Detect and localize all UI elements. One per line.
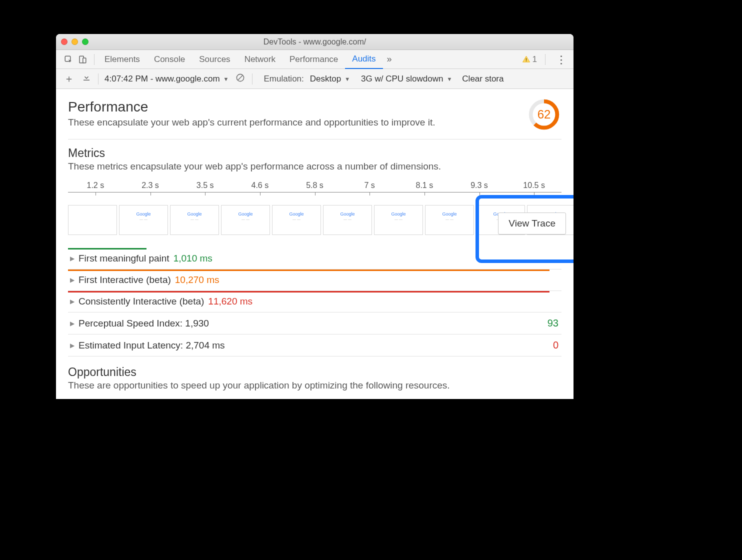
metric-label: First meaningful paint <box>78 253 170 264</box>
performance-header: Performance These encapsulate your web a… <box>68 99 562 130</box>
tab-audits[interactable]: Audits <box>345 50 382 69</box>
expand-caret-icon[interactable]: ▶ <box>70 298 74 305</box>
audit-report: Performance These encapsulate your web a… <box>56 89 574 399</box>
filmstrip-frame[interactable]: Google— — <box>221 205 270 235</box>
new-audit-button[interactable]: ＋ <box>60 72 78 86</box>
filmstrip-frame[interactable]: Google— — <box>68 205 117 235</box>
metric-row[interactable]: ▶Estimated Input Latency: 2,704 ms0 <box>68 334 562 356</box>
performance-score-value: 62 <box>528 99 560 130</box>
performance-title: Performance <box>68 99 435 115</box>
svg-rect-4 <box>526 60 526 61</box>
timeline-tick-label: 7 s <box>364 181 374 190</box>
emulation-label: Emulation: <box>264 74 304 84</box>
metric-value: 10,270 ms <box>175 274 220 286</box>
timeline-tick-label: 3.5 s <box>196 181 214 190</box>
expand-caret-icon[interactable]: ▶ <box>70 255 74 262</box>
svg-rect-3 <box>526 58 526 60</box>
tab-sources[interactable]: Sources <box>192 50 237 68</box>
svg-rect-5 <box>84 80 90 81</box>
titlebar: DevTools - www.google.com/ <box>56 34 574 50</box>
inspect-element-icon[interactable] <box>64 55 73 64</box>
svg-line-7 <box>238 75 243 80</box>
chevron-down-icon: ▼ <box>446 76 452 82</box>
tab-network[interactable]: Network <box>238 50 282 68</box>
svg-rect-2 <box>83 58 86 63</box>
clear-audit-button[interactable] <box>236 73 245 85</box>
filmstrip-frame[interactable]: Google— — <box>323 205 372 235</box>
filmstrip-frame[interactable]: Google— — <box>170 205 219 235</box>
download-report-button[interactable] <box>78 73 95 84</box>
metric-label: Consistently Interactive (beta) <box>78 296 204 307</box>
filmstrip-frame[interactable]: Google— — <box>272 205 321 235</box>
metric-row[interactable]: ▶Consistently Interactive (beta) 11,620 … <box>68 291 562 312</box>
audit-run-dropdown[interactable]: 4:07:42 PM - www.google.com ▼ <box>102 74 232 84</box>
metrics-title: Metrics <box>68 146 562 160</box>
opportunities-desc: These are opportunities to speed up your… <box>68 380 562 391</box>
devtools-window: DevTools - www.google.com/ Elements Cons… <box>56 34 574 399</box>
tab-console[interactable]: Console <box>147 50 192 68</box>
expand-caret-icon[interactable]: ▶ <box>70 342 74 349</box>
tabs-overflow-button[interactable]: » <box>383 54 396 64</box>
timeline-tick-label: 8.1 s <box>416 181 433 190</box>
device-toggle-icon[interactable] <box>78 55 87 64</box>
filmstrip-frame[interactable]: Google— — <box>119 205 168 235</box>
metric-row[interactable]: ▶Perceptual Speed Index: 1,93093 <box>68 312 562 334</box>
view-trace-highlight: View Trace <box>476 195 574 263</box>
metrics-header: Metrics These metrics encapsulate your w… <box>68 146 562 172</box>
metric-value: 1,010 ms <box>174 253 212 264</box>
audit-run-label: 4:07:42 PM - www.google.com <box>104 74 220 84</box>
devtools-tabbar: Elements Console Sources Network Perform… <box>56 50 574 69</box>
timeline-tick-label: 9.3 s <box>470 181 488 190</box>
expand-caret-icon[interactable]: ▶ <box>70 320 74 327</box>
filmstrip-frame[interactable]: Google— — <box>425 205 474 235</box>
tab-elements[interactable]: Elements <box>98 50 147 68</box>
throttle-dropdown[interactable]: 3G w/ CPU slowdown▼ <box>358 74 455 84</box>
metric-label: First Interactive (beta) <box>78 274 171 286</box>
kebab-menu-icon[interactable]: ⋯ <box>555 52 568 68</box>
warnings-indicator[interactable]: 1 <box>522 54 537 64</box>
divider <box>68 139 562 140</box>
view-trace-button[interactable]: View Trace <box>498 212 566 234</box>
opportunities-title: Opportunities <box>68 366 562 379</box>
metric-label: Estimated Input Latency: 2,704 ms <box>78 340 225 351</box>
metric-row[interactable]: ▶First Interactive (beta) 10,270 ms <box>68 270 562 291</box>
timeline-tick-label: 2.3 s <box>142 181 159 190</box>
metric-list: ▶First meaningful paint 1,010 ms▶First I… <box>68 248 562 356</box>
metrics-desc: These metrics encapsulate your web app's… <box>68 161 562 172</box>
audit-toolbar: ＋ 4:07:42 PM - www.google.com ▼ Emulatio… <box>56 69 574 89</box>
performance-desc: These encapsulate your web app's current… <box>68 117 435 128</box>
timeline-tick-label: 1.2 s <box>86 181 104 190</box>
device-dropdown[interactable]: Desktop▼ <box>307 74 353 84</box>
chevron-down-icon: ▼ <box>344 76 350 82</box>
timeline-tick-label: 4.6 s <box>251 181 268 190</box>
warnings-count: 1 <box>532 54 537 64</box>
chevron-down-icon: ▼ <box>224 76 229 82</box>
metric-value: 11,620 ms <box>208 296 252 307</box>
metric-score: 0 <box>553 340 558 351</box>
metric-score: 93 <box>548 318 558 329</box>
window-title: DevTools - www.google.com/ <box>56 38 574 46</box>
filmstrip-frame[interactable]: Google— — <box>374 205 423 235</box>
timeline-tick-label: 5.8 s <box>306 181 324 190</box>
opportunities-header: Opportunities These are opportunities to… <box>68 366 562 391</box>
tab-performance[interactable]: Performance <box>282 50 345 68</box>
timeline-tick-label: 10.5 s <box>523 181 545 190</box>
metric-label: Perceptual Speed Index: 1,930 <box>78 318 209 329</box>
expand-caret-icon[interactable]: ▶ <box>70 276 74 284</box>
clear-storage-toggle[interactable]: Clear stora <box>462 74 504 84</box>
performance-score-gauge: 62 <box>528 99 560 130</box>
